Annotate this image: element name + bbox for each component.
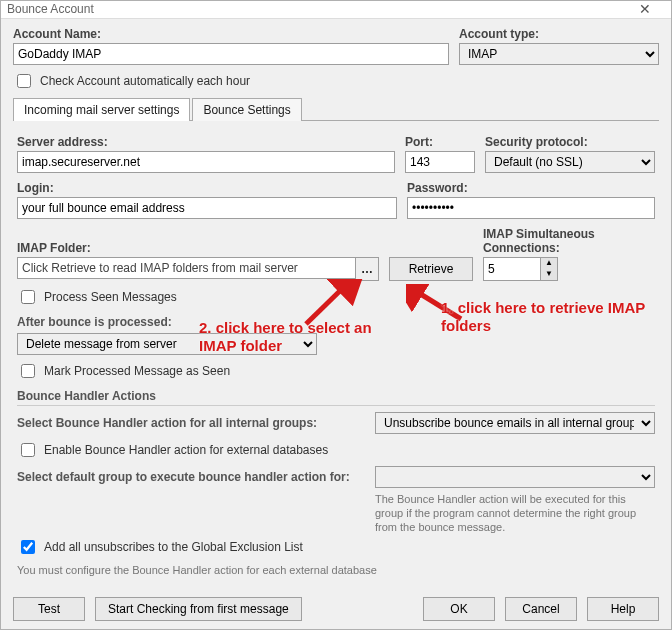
port-input[interactable] [405, 151, 475, 173]
button-bar: Test Start Checking from first message O… [1, 589, 671, 629]
mark-seen-checkbox[interactable]: Mark Processed Message as Seen [17, 361, 655, 381]
test-button[interactable]: Test [13, 597, 85, 621]
content-area: Account Name: Account type: IMAP Check A… [1, 19, 671, 589]
auto-check-input[interactable] [17, 74, 31, 88]
cancel-button[interactable]: Cancel [505, 597, 577, 621]
close-icon[interactable]: ✕ [625, 1, 665, 17]
login-label: Login: [17, 181, 397, 195]
security-protocol-label: Security protocol: [485, 135, 655, 149]
tab-bounce-settings[interactable]: Bounce Settings [192, 98, 301, 121]
sim-conn-up-icon[interactable]: ▲ [541, 258, 557, 269]
sim-conn-down-icon[interactable]: ▼ [541, 269, 557, 280]
imap-folder-label: IMAP Folder: [17, 241, 379, 255]
account-name-input[interactable] [13, 43, 449, 65]
internal-action-select[interactable]: Unsubscribe bounce emails in all interna… [375, 412, 655, 434]
add-unsub-checkbox[interactable]: Add all unsubscribes to the Global Exclu… [17, 537, 655, 557]
security-protocol-select[interactable]: Default (no SSL) [485, 151, 655, 173]
login-input[interactable] [17, 197, 397, 219]
internal-action-label: Select Bounce Handler action for all int… [17, 416, 365, 430]
ok-button[interactable]: OK [423, 597, 495, 621]
tab-bar: Incoming mail server settings Bounce Set… [13, 97, 659, 121]
process-seen-input[interactable] [21, 290, 35, 304]
account-type-select[interactable]: IMAP [459, 43, 659, 65]
sim-conn-stepper[interactable]: ▲ ▼ [483, 257, 655, 281]
bounce-account-window: Bounce Account ✕ Account Name: Account t… [0, 0, 672, 630]
account-type-label: Account type: [459, 27, 659, 41]
handler-heading: Bounce Handler Actions [17, 389, 655, 406]
server-address-label: Server address: [17, 135, 395, 149]
default-group-label: Select default group to execute bounce h… [17, 466, 365, 484]
process-seen-checkbox[interactable]: Process Seen Messages [17, 287, 655, 307]
tab-incoming[interactable]: Incoming mail server settings [13, 98, 190, 121]
mark-seen-input[interactable] [21, 364, 35, 378]
auto-check-checkbox[interactable]: Check Account automatically each hour [13, 71, 659, 91]
help-button[interactable]: Help [587, 597, 659, 621]
password-label: Password: [407, 181, 655, 195]
default-group-select[interactable] [375, 466, 655, 488]
window-title: Bounce Account [7, 2, 625, 16]
server-address-input[interactable] [17, 151, 395, 173]
account-name-label: Account Name: [13, 27, 449, 41]
port-label: Port: [405, 135, 475, 149]
sim-conn-label: IMAP Simultaneous Connections: [483, 227, 655, 255]
auto-check-label: Check Account automatically each hour [40, 74, 250, 88]
start-checking-button[interactable]: Start Checking from first message [95, 597, 302, 621]
default-group-hint: The Bounce Handler action will be execut… [375, 492, 655, 535]
titlebar: Bounce Account ✕ [1, 1, 671, 19]
imap-folder-input[interactable] [17, 257, 356, 279]
sim-conn-input[interactable] [483, 257, 541, 281]
imap-folder-browse-button[interactable]: … [356, 257, 379, 281]
tab-body: Server address: Port: Security protocol:… [13, 121, 659, 581]
add-unsub-input[interactable] [21, 540, 35, 554]
retrieve-button[interactable]: Retrieve [389, 257, 473, 281]
after-bounce-select[interactable]: Delete message from server [17, 333, 317, 355]
footer-hint: You must configure the Bounce Handler ac… [17, 563, 655, 577]
password-input[interactable] [407, 197, 655, 219]
enable-external-input[interactable] [21, 443, 35, 457]
after-bounce-heading: After bounce is processed: [17, 315, 655, 331]
enable-external-checkbox[interactable]: Enable Bounce Handler action for externa… [17, 440, 655, 460]
